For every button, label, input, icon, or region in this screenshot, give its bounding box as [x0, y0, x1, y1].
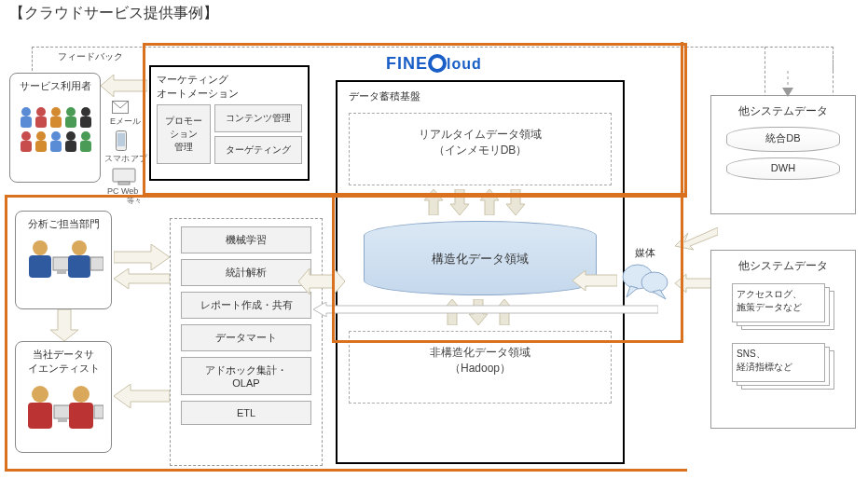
doc-sns: SNS、 経済指標など	[732, 343, 825, 382]
svg-marker-51	[114, 384, 170, 408]
scientist-label: 当社データサ イエンティスト	[20, 348, 107, 376]
svg-rect-7	[65, 116, 76, 128]
svg-marker-28	[480, 189, 499, 215]
ext-sys-2: 他システムデータ アクセスログ、 施策データなど SNS、 経済指標など	[710, 250, 856, 429]
svg-rect-45	[69, 403, 93, 429]
arrow-to-users-icon	[101, 75, 147, 99]
svg-point-44	[73, 386, 90, 403]
crowd-icon	[14, 99, 96, 157]
finecloud-logo: FINEloud	[386, 54, 482, 74]
content-mgmt: コンテンツ管理	[214, 104, 302, 132]
svg-marker-50	[114, 268, 170, 289]
phone-icon	[116, 130, 127, 153]
svg-rect-35	[53, 257, 70, 270]
svg-marker-58	[572, 270, 617, 291]
arrow-cyl-left-icon	[572, 270, 617, 293]
svg-rect-22	[117, 133, 125, 146]
etc-label: 等々	[127, 196, 142, 206]
arrow-tool-cyl-icon	[298, 263, 345, 302]
svg-rect-38	[68, 255, 90, 278]
tool-stats: 統計解析	[181, 259, 311, 286]
arrow-people-updown-icon	[50, 309, 78, 343]
analysis-dept-label: 分析ご担当部門	[20, 217, 107, 231]
svg-rect-34	[29, 255, 51, 278]
data-platform-title: データ蓄積基盤	[349, 89, 612, 103]
email-icon	[112, 101, 129, 116]
tool-ml: 機械学習	[181, 226, 311, 253]
targeting: ターゲティング	[214, 136, 302, 164]
dashed-down-icon	[779, 71, 796, 99]
db-dwh: DWH	[726, 157, 840, 180]
db-integrated: 統合DB	[726, 127, 840, 152]
svg-marker-26	[424, 189, 443, 215]
toolstack-group: 機械学習 統計解析 レポート作成・共有 データマート アドホック集計・ OLAP…	[170, 218, 323, 466]
phone-label: スマホ	[104, 153, 130, 165]
svg-marker-52	[298, 268, 345, 294]
arrows-updown-1-icon	[349, 189, 612, 217]
svg-marker-27	[450, 189, 469, 215]
svg-rect-13	[35, 141, 47, 152]
svg-rect-9	[80, 116, 91, 128]
svg-point-37	[72, 240, 87, 255]
svg-rect-11	[21, 141, 32, 152]
doc-access: アクセスログ、 施策データなど	[732, 283, 825, 322]
promo-mgmt: プロモー ション 管理	[157, 104, 211, 164]
structured-data: 構造化データ領域	[364, 221, 597, 295]
svg-rect-46	[94, 405, 103, 418]
svg-point-40	[32, 386, 48, 403]
svg-rect-3	[35, 116, 47, 128]
svg-point-0	[21, 107, 31, 116]
svg-marker-56	[675, 227, 718, 250]
ext-sys-1-title: 他システムデータ	[719, 103, 847, 119]
svg-point-16	[66, 131, 76, 141]
svg-rect-5	[50, 116, 62, 128]
service-users-label: サービス利用者	[14, 79, 96, 93]
svg-rect-42	[54, 405, 71, 418]
svg-rect-36	[57, 270, 66, 274]
svg-marker-29	[506, 189, 525, 215]
feedback-label: フィードバック	[58, 50, 123, 63]
scientist-box: 当社データサ イエンティスト	[15, 341, 112, 453]
tool-report: レポート作成・共有	[181, 292, 311, 319]
marketing-title: マーケティング オートメーション	[157, 73, 302, 101]
ext-sys-2-title: 他システムデータ	[719, 258, 847, 274]
marketing-group: マーケティング オートメーション プロモー ション 管理 コンテンツ管理 ターゲ…	[149, 65, 310, 181]
svg-rect-19	[80, 141, 91, 152]
media-group: 媒体	[615, 246, 675, 303]
page-title: 【クラウドサービス提供事例】	[9, 4, 218, 23]
svg-point-18	[81, 131, 90, 141]
doc-stack-1: アクセスログ、 施策データなど	[732, 283, 834, 330]
svg-marker-47	[50, 309, 78, 341]
svg-point-10	[21, 131, 31, 141]
arrow-report-icon	[313, 302, 658, 319]
svg-point-2	[36, 107, 46, 116]
svg-rect-39	[90, 257, 103, 270]
svg-rect-23	[113, 169, 135, 182]
analysis-dept-box: 分析ご担当部門	[15, 211, 112, 309]
ext-sys-1: 他システムデータ 統合DB DWH	[710, 95, 856, 214]
pcweb-label: PC Web	[107, 186, 138, 196]
svg-rect-1	[21, 116, 32, 128]
arrow-sci-left-icon	[114, 384, 170, 410]
svg-point-33	[33, 240, 48, 255]
tool-olap: アドホック集計・ OLAP	[181, 357, 311, 395]
svg-point-12	[36, 131, 46, 141]
svg-rect-17	[65, 141, 76, 152]
svg-point-6	[66, 107, 76, 116]
svg-marker-25	[101, 75, 147, 97]
svg-rect-15	[50, 141, 62, 152]
svg-rect-41	[28, 403, 52, 429]
email-label: Eメール	[110, 116, 141, 128]
svg-point-4	[51, 107, 61, 116]
svg-point-8	[81, 107, 90, 116]
svg-point-55	[641, 272, 668, 293]
orange-highlight-rightclose	[681, 42, 683, 342]
doc-stack-2: SNS、 経済指標など	[732, 343, 834, 390]
outer-dashed-right	[765, 47, 834, 103]
svg-rect-24	[118, 182, 130, 185]
unstructured-area: 非構造化データ領域 （Hadoop）	[349, 331, 612, 404]
tool-etl: ETL	[181, 401, 311, 425]
svg-rect-43	[58, 418, 67, 422]
media-label: 媒体	[615, 246, 675, 260]
pc-icon	[112, 168, 136, 188]
